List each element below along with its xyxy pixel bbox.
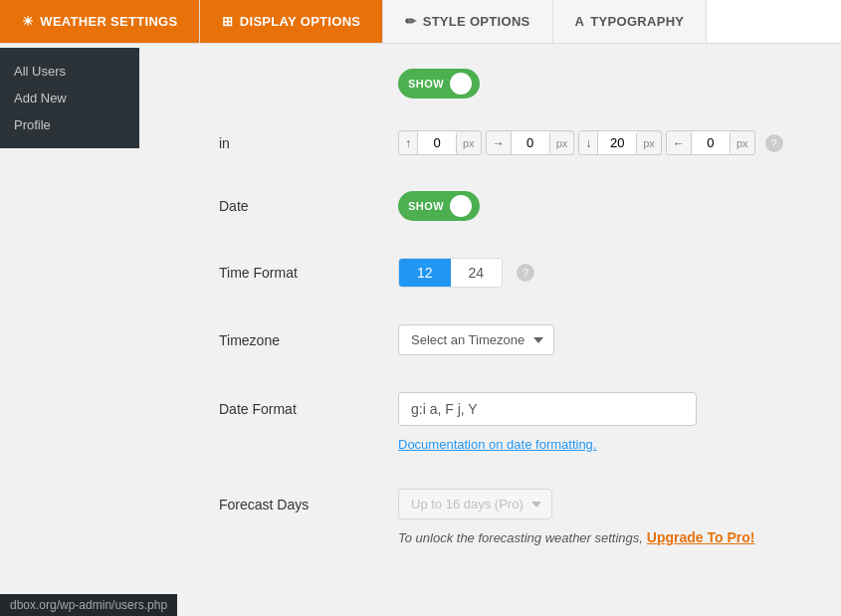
weather-icon: ☀: [22, 14, 34, 29]
padding-label: in: [219, 135, 398, 151]
tab-weather-settings[interactable]: ☀ Weather Settings: [0, 0, 200, 43]
timezone-row: Timezone Select an Timezone: [219, 307, 811, 374]
timezone-label: Timezone: [219, 332, 398, 348]
show-toggle-label: SHOW: [408, 78, 444, 90]
padding-top-unit: px: [456, 133, 481, 153]
time-format-label: Time Format: [219, 265, 398, 281]
padding-bottom-unit: px: [636, 133, 661, 153]
show-row: SHOW: [219, 54, 811, 113]
date-label: Date: [219, 198, 398, 214]
main-content: SHOW in ↑ px → px: [139, 44, 841, 594]
arrow-down-icon: ↓: [579, 132, 598, 154]
date-format-control: [398, 392, 811, 426]
date-format-label: Date Format: [219, 401, 398, 417]
padding-left-unit: px: [730, 133, 754, 153]
padding-left-group: ← px: [666, 130, 755, 155]
padding-help-icon[interactable]: ?: [765, 134, 783, 152]
padding-right-input[interactable]: [512, 131, 549, 154]
time-format-help-icon[interactable]: ?: [517, 264, 534, 282]
toggle-knob: [450, 73, 472, 95]
sidebar-item-add-new[interactable]: Add New: [0, 85, 139, 111]
tab-display-options[interactable]: ⊞ Display Options: [200, 0, 383, 43]
timezone-control: Select an Timezone: [398, 324, 811, 355]
sidebar-item-all-users[interactable]: All Users: [0, 58, 139, 85]
date-format-input[interactable]: [398, 392, 697, 426]
padding-right-group: → px: [486, 130, 575, 155]
style-icon: ✏: [405, 14, 416, 29]
forecast-days-control: Up to 16 days (Pro): [398, 489, 811, 519]
padding-top-group: ↑ px: [398, 130, 482, 155]
forecast-days-label: Forecast Days: [219, 497, 398, 513]
forecast-days-select: Up to 16 days (Pro): [398, 489, 552, 519]
tab-typography[interactable]: A Typography: [553, 0, 708, 43]
display-icon: ⊞: [222, 14, 233, 29]
top-nav: ☀ Weather Settings ⊞ Display Options ✏ S…: [0, 0, 841, 44]
status-bar: dbox.org/wp-admin/users.php: [0, 594, 177, 616]
forecast-days-row: Forecast Days Up to 16 days (Pro) To unl…: [219, 471, 811, 564]
time-24-button[interactable]: 24: [451, 259, 503, 287]
tab-display-label: Display Options: [240, 14, 361, 29]
padding-row: in ↑ px → px ↓ px: [219, 113, 811, 173]
tab-weather-label: Weather Settings: [40, 14, 177, 29]
tab-typography-label: Typography: [590, 14, 684, 29]
tab-style-options[interactable]: ✏ Style Options: [383, 0, 552, 43]
arrow-right-icon: →: [487, 132, 512, 154]
date-toggle-knob: [450, 195, 472, 217]
show-control: SHOW: [398, 69, 811, 99]
date-show-toggle[interactable]: SHOW: [398, 191, 480, 221]
padding-right-unit: px: [549, 133, 574, 153]
date-format-inner: Date Format: [219, 392, 811, 426]
padding-control: ↑ px → px ↓ px ←: [398, 130, 811, 155]
padding-left-input[interactable]: [692, 131, 730, 154]
date-show-label: SHOW: [408, 200, 444, 212]
padding-top-input[interactable]: [418, 131, 456, 154]
typography-icon: A: [575, 14, 585, 29]
time-format-control: 12 24 ?: [398, 258, 811, 288]
upgrade-link[interactable]: Upgrade To Pro!: [647, 529, 755, 545]
status-url: dbox.org/wp-admin/users.php: [10, 598, 167, 612]
arrow-left-icon: ←: [667, 132, 692, 154]
doc-link[interactable]: Documentation on date formatting.: [398, 437, 596, 452]
timezone-select[interactable]: Select an Timezone: [398, 324, 554, 355]
upgrade-text: To unlock the forecasting weather settin…: [398, 530, 643, 545]
show-toggle[interactable]: SHOW: [398, 69, 480, 99]
date-row: Date SHOW: [219, 173, 811, 240]
date-format-row: Date Format Documentation on date format…: [219, 374, 811, 471]
padding-bottom-input[interactable]: [598, 131, 636, 154]
sidebar-item-profile[interactable]: Profile: [0, 111, 139, 138]
tab-style-label: Style Options: [423, 14, 530, 29]
time-format-row: Time Format 12 24 ?: [219, 240, 811, 307]
upgrade-text-row: To unlock the forecasting weather settin…: [219, 529, 754, 545]
doc-link-row: Documentation on date formatting.: [219, 436, 596, 452]
sidebar-overlay: All Users Add New Profile: [0, 48, 139, 148]
padding-bottom-group: ↓ px: [578, 130, 662, 155]
time-12-button[interactable]: 12: [399, 259, 451, 287]
arrow-up-icon: ↑: [399, 132, 418, 154]
date-control: SHOW: [398, 191, 811, 221]
time-toggle-group: 12 24: [398, 258, 503, 288]
forecast-days-inner: Forecast Days Up to 16 days (Pro): [219, 489, 811, 519]
